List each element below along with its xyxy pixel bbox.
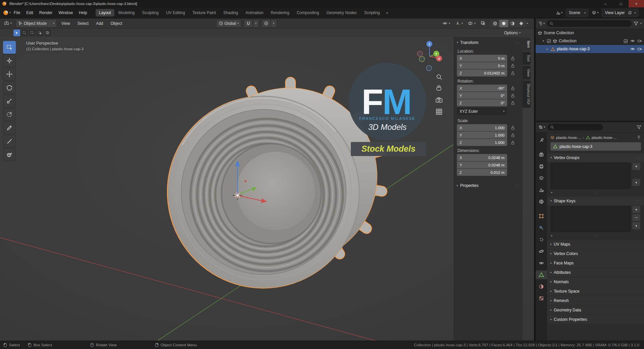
add-workspace-button[interactable]: + <box>384 10 391 15</box>
outliner-row-scene-collection[interactable]: Scene Collection <box>536 29 644 37</box>
shading-rendered-button[interactable] <box>517 20 526 27</box>
shape-key-specials-button[interactable]: ▾ <box>632 222 640 229</box>
workspace-tab-sculpting[interactable]: Sculpting <box>139 9 162 16</box>
transform-panel-header[interactable]: ▾ Transform :::: <box>454 38 523 47</box>
dimensions-y-field[interactable]: Y0.0248 m <box>457 161 507 168</box>
lock-icon[interactable] <box>511 93 515 98</box>
sidebar-tab-shortcut-vur[interactable]: Shortcut VUr <box>523 81 531 108</box>
tab-world[interactable] <box>536 197 547 206</box>
panel-header-texture-space[interactable]: ▸Texture Space <box>547 287 644 296</box>
dimensions-z-field[interactable]: Z0.012 m <box>457 169 507 176</box>
tab-view-layer[interactable] <box>536 174 547 183</box>
vertex-group-specials-button[interactable]: ▾ <box>632 179 640 186</box>
lock-icon[interactable] <box>511 56 515 61</box>
outliner-row-object[interactable]: ▸ plastic-hose-cap-3 <box>536 45 644 53</box>
scale-x-field[interactable]: X1.000 <box>457 124 507 131</box>
scale-z-field[interactable]: Z1.000 <box>457 139 507 146</box>
tool-transform[interactable] <box>3 108 16 121</box>
filter-icon[interactable] <box>637 125 641 130</box>
panel-header-attributes[interactable]: ▸Attributes <box>547 268 644 277</box>
select-mode-intersect-button[interactable] <box>44 30 51 36</box>
scene-browse-button[interactable]: ▾ <box>556 10 562 15</box>
hide-eye-icon[interactable] <box>630 47 635 51</box>
axis-ball-z-neg[interactable] <box>426 65 432 71</box>
axis-ball-y-neg[interactable] <box>419 56 425 62</box>
menu-view[interactable]: View <box>59 21 73 26</box>
workspace-tab-scripting[interactable]: Scripting <box>361 9 383 16</box>
snap-options-dropdown[interactable]: ▾ <box>253 19 259 28</box>
tab-physics[interactable] <box>536 247 547 256</box>
vertex-groups-list[interactable] <box>550 163 631 189</box>
rotation-x-field[interactable]: X-90° <box>457 85 507 92</box>
sidebar-tab-tool[interactable]: Tool <box>523 52 531 64</box>
scale-y-field[interactable]: Y1.000 <box>457 132 507 139</box>
render-camera-icon[interactable] <box>637 47 642 51</box>
filter-icon[interactable] <box>634 21 638 26</box>
outliner-editor-type-button[interactable]: ▾ <box>538 21 545 26</box>
select-mode-subtract-button[interactable]: − <box>29 30 36 36</box>
menu-help[interactable]: Help <box>76 9 90 16</box>
copy-icon[interactable] <box>628 11 632 15</box>
tab-output[interactable] <box>536 162 547 171</box>
rotation-z-field[interactable]: Z0° <box>457 99 507 106</box>
location-y-field[interactable]: Y0 m <box>457 62 507 69</box>
menu-render[interactable]: Render <box>36 9 55 16</box>
panel-header-face-maps[interactable]: ▸Face Maps <box>547 259 644 267</box>
tab-object[interactable] <box>536 212 547 220</box>
tab-particles[interactable] <box>536 235 547 244</box>
close-button[interactable]: × <box>629 0 644 7</box>
navigation-gizmo[interactable]: Z Y X <box>417 41 442 71</box>
rotation-y-field[interactable]: Y0° <box>457 92 507 99</box>
tool-scale[interactable] <box>3 95 16 107</box>
editor-type-button[interactable]: ▾ <box>2 20 14 27</box>
orthographic-toggle-icon[interactable] <box>436 109 442 114</box>
options-dropdown[interactable]: Options ▾ <box>504 31 521 35</box>
datablock-name-field[interactable]: plastic-hose-cap-3 <box>550 142 641 151</box>
outliner-search-input[interactable] <box>555 21 629 26</box>
panel-grip[interactable]: :::: <box>515 184 520 188</box>
maximize-button[interactable]: □ <box>613 0 629 7</box>
resize-grip[interactable]: :::: <box>594 190 599 194</box>
properties-search-input[interactable] <box>556 125 600 130</box>
tool-move[interactable] <box>3 68 16 81</box>
transform-orientation-dropdown[interactable]: Global ▾ <box>216 19 241 28</box>
unlink-scene-icon[interactable]: × <box>583 11 587 15</box>
mode-dropdown[interactable]: Object Mode ▾ <box>16 19 57 28</box>
object-visibility-dropdown[interactable]: ▾ <box>440 20 452 27</box>
snap-toggle-button[interactable] <box>244 19 253 28</box>
tab-scene[interactable] <box>536 186 547 194</box>
shading-solid-button[interactable] <box>499 20 508 27</box>
lock-icon[interactable] <box>511 86 515 91</box>
lock-icon[interactable] <box>511 101 515 105</box>
panel-header-shape-keys[interactable]: ▾ Shape Keys :::: <box>547 197 644 205</box>
proportional-editing-button[interactable] <box>262 19 271 28</box>
overlays-dropdown[interactable]: ▾ <box>466 20 478 27</box>
select-mode-invert-button[interactable] <box>37 30 43 36</box>
sidebar-tab-item[interactable]: Item <box>523 38 531 51</box>
panel-header-geometry-data[interactable]: ▸Geometry Data <box>547 306 644 314</box>
lock-icon[interactable] <box>511 71 515 76</box>
menu-window[interactable]: Window <box>55 9 76 16</box>
expander-icon[interactable]: ▾ <box>542 39 545 43</box>
panel-grip[interactable]: :::: <box>515 41 520 45</box>
tab-constraints[interactable] <box>536 259 547 267</box>
menu-object[interactable]: Object <box>108 21 125 26</box>
workspace-tab-geometry-nodes[interactable]: Geometry Nodes <box>323 9 360 16</box>
panel-grip[interactable]: :::: <box>636 199 641 203</box>
panel-header-custom-properties[interactable]: ▸Custom Properties <box>547 315 644 324</box>
workspace-tab-compositing[interactable]: Compositing <box>293 9 322 16</box>
chevron-down-icon[interactable]: ▾ <box>640 22 642 25</box>
outliner-search[interactable] <box>547 20 632 27</box>
zoom-icon[interactable] <box>437 75 442 80</box>
properties-panel-header[interactable]: ▸ Properties :::: <box>454 181 523 190</box>
minimize-button[interactable]: – <box>598 0 613 7</box>
outliner-row-collection[interactable]: ▾ Collection <box>536 37 644 45</box>
lock-icon[interactable] <box>511 63 515 68</box>
menu-add[interactable]: Add <box>93 21 106 26</box>
lock-icon[interactable] <box>511 126 515 130</box>
shading-material-button[interactable] <box>508 20 517 27</box>
workspace-tab-uv-editing[interactable]: UV Editing <box>163 9 189 16</box>
view-layer-browse-button[interactable]: ▾ <box>592 10 598 15</box>
pan-hand-icon[interactable] <box>437 85 441 90</box>
tool-add-cube[interactable] <box>3 148 16 161</box>
